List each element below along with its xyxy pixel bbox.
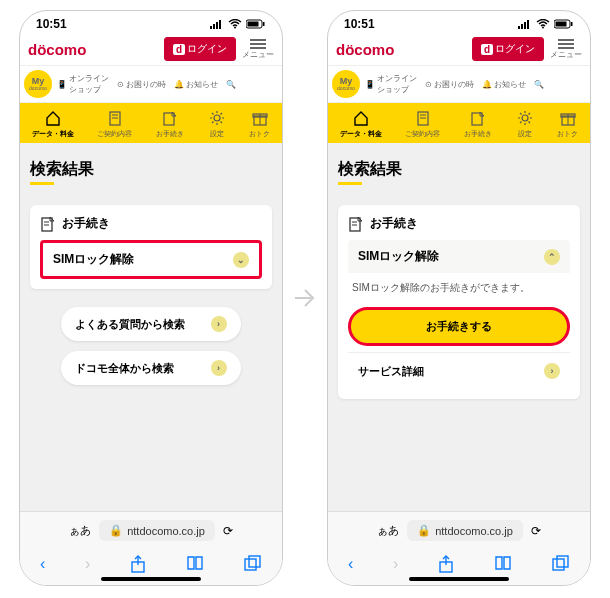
tab-data[interactable]: データ・料金 — [340, 109, 382, 139]
page-title: 検索結果 — [338, 159, 580, 180]
title-underline — [30, 182, 54, 185]
browser-chrome: ぁあ 🔒nttdocomo.co.jp ⟳ ‹ › — [328, 511, 590, 585]
login-button[interactable]: ログイン — [164, 37, 236, 61]
tab-deals[interactable]: おトク — [249, 109, 270, 139]
svg-rect-23 — [518, 26, 520, 29]
signal-icon — [518, 19, 532, 29]
search-icon[interactable]: 🔍 — [223, 80, 239, 89]
url-bar[interactable]: 🔒nttdocomo.co.jp — [407, 520, 523, 541]
signal-icon — [210, 19, 224, 29]
chevron-right-icon: › — [211, 316, 227, 332]
svg-point-35 — [522, 115, 528, 121]
logo: döcomo — [336, 41, 394, 58]
forward-button[interactable]: › — [393, 555, 398, 573]
svg-rect-1 — [213, 24, 215, 29]
service-detail-button[interactable]: サービス詳細› — [348, 352, 570, 389]
card-header: お手続き — [348, 215, 570, 232]
svg-rect-21 — [245, 559, 256, 570]
wifi-icon — [536, 19, 550, 29]
tab-procedure[interactable]: お手続き — [156, 109, 184, 139]
svg-rect-26 — [527, 20, 529, 29]
svg-rect-25 — [524, 22, 526, 29]
help-link[interactable]: ⊙お困りの時 — [114, 79, 169, 90]
my-docomo-badge[interactable]: Mydocomo — [24, 70, 52, 98]
tab-data[interactable]: データ・料金 — [32, 109, 74, 139]
bookmarks-icon[interactable] — [494, 555, 512, 573]
status-time: 10:51 — [344, 17, 375, 31]
tabs-icon[interactable] — [244, 555, 262, 573]
back-button[interactable]: ‹ — [348, 555, 353, 573]
chevron-right-icon: › — [211, 360, 227, 376]
tab-bar: データ・料金 ご契約内容 お手続き 設定 おトク — [328, 103, 590, 143]
tab-settings[interactable]: 設定 — [208, 109, 226, 139]
card-header: お手続き — [40, 215, 262, 232]
search-pills: よくある質問から検索› ドコモ全体から検索› — [30, 307, 272, 385]
svg-rect-2 — [216, 22, 218, 29]
status-time: 10:51 — [36, 17, 67, 31]
tab-settings[interactable]: 設定 — [516, 109, 534, 139]
menu-button[interactable]: メニュー — [242, 39, 274, 59]
browser-nav: ‹ › — [20, 549, 282, 575]
news-link[interactable]: 🔔お知らせ — [171, 79, 221, 90]
reader-button[interactable]: ぁあ — [377, 523, 399, 538]
phone-left: 10:51 döcomo ログイン メニュー Mydocomo 📱オンライン シ… — [19, 10, 283, 586]
chevron-up-icon: ⌃ — [544, 249, 560, 265]
app-header: döcomo ログイン メニュー — [328, 33, 590, 66]
tab-deals[interactable]: おトク — [557, 109, 578, 139]
tab-bar: データ・料金 ご契約内容 お手続き 設定 おトク — [20, 103, 282, 143]
faq-search-button[interactable]: よくある質問から検索› — [61, 307, 240, 341]
bookmarks-icon[interactable] — [186, 555, 204, 573]
home-indicator — [409, 577, 509, 581]
svg-rect-3 — [219, 20, 221, 29]
lock-icon: 🔒 — [417, 524, 431, 537]
home-indicator — [101, 577, 201, 581]
browser-chrome: ぁあ 🔒nttdocomo.co.jp ⟳ ‹ › — [20, 511, 282, 585]
status-icons — [210, 19, 266, 29]
accordion-sim-unlock[interactable]: SIMロック解除 ⌄ — [40, 240, 262, 279]
help-link[interactable]: ⊙お困りの時 — [422, 79, 477, 90]
menu-button[interactable]: メニュー — [550, 39, 582, 59]
transition-arrow-icon — [291, 284, 319, 312]
online-shop-link[interactable]: 📱オンライン ショップ — [54, 73, 112, 95]
my-docomo-badge[interactable]: Mydocomo — [332, 70, 360, 98]
back-button[interactable]: ‹ — [40, 555, 45, 573]
proceed-button[interactable]: お手続きする — [348, 307, 570, 346]
svg-rect-45 — [557, 556, 568, 567]
reader-button[interactable]: ぁあ — [69, 523, 91, 538]
tab-contract[interactable]: ご契約内容 — [405, 109, 440, 139]
results-card: お手続き SIMロック解除 ⌃ SIMロック解除のお手続きができます。 お手続き… — [338, 205, 580, 399]
svg-rect-0 — [210, 26, 212, 29]
status-bar: 10:51 — [328, 11, 590, 33]
svg-point-12 — [214, 115, 220, 121]
accordion-sim-unlock[interactable]: SIMロック解除 ⌃ — [348, 240, 570, 273]
forward-button[interactable]: › — [85, 555, 90, 573]
svg-rect-29 — [556, 22, 567, 27]
wifi-icon — [228, 19, 242, 29]
svg-rect-44 — [553, 559, 564, 570]
tab-procedure[interactable]: お手続き — [464, 109, 492, 139]
all-search-button[interactable]: ドコモ全体から検索› — [61, 351, 240, 385]
url-bar[interactable]: 🔒nttdocomo.co.jp — [99, 520, 215, 541]
share-icon[interactable] — [438, 555, 454, 573]
content: 検索結果 お手続き SIMロック解除 ⌃ SIMロック解除のお手続きができます。… — [328, 143, 590, 511]
document-icon — [348, 216, 364, 232]
lock-icon: 🔒 — [109, 524, 123, 537]
svg-rect-7 — [263, 22, 265, 26]
title-underline — [338, 182, 362, 185]
tab-contract[interactable]: ご契約内容 — [97, 109, 132, 139]
online-shop-link[interactable]: 📱オンライン ショップ — [362, 73, 420, 95]
tabs-icon[interactable] — [552, 555, 570, 573]
news-link[interactable]: 🔔お知らせ — [479, 79, 529, 90]
refresh-icon[interactable]: ⟳ — [223, 524, 233, 538]
refresh-icon[interactable]: ⟳ — [531, 524, 541, 538]
login-button[interactable]: ログイン — [472, 37, 544, 61]
content: 検索結果 お手続き SIMロック解除 ⌄ よくある質問から検索› ドコモ全体から… — [20, 143, 282, 511]
share-icon[interactable] — [130, 555, 146, 573]
svg-rect-30 — [571, 22, 573, 26]
search-icon[interactable]: 🔍 — [531, 80, 547, 89]
status-icons — [518, 19, 574, 29]
svg-point-4 — [234, 27, 236, 29]
svg-rect-6 — [248, 22, 259, 27]
results-card: お手続き SIMロック解除 ⌄ — [30, 205, 272, 289]
page-title: 検索結果 — [30, 159, 272, 180]
